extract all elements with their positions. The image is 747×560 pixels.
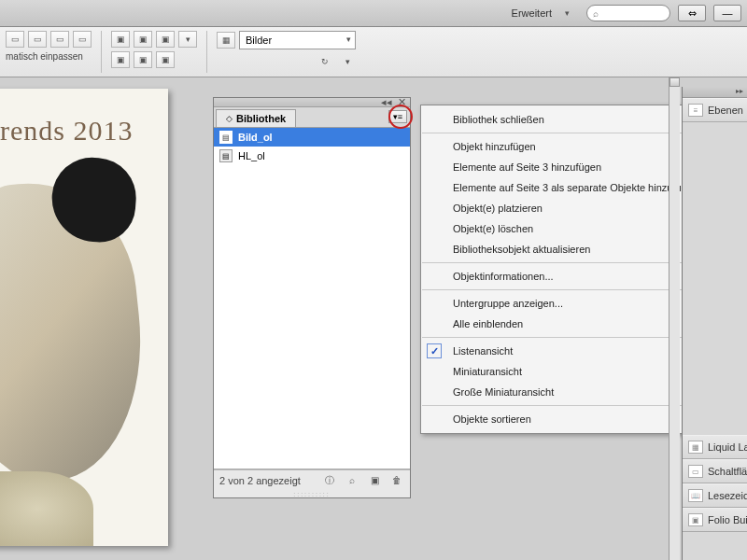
dropdown-group: ▦ Bilder ↻ ▾ bbox=[217, 31, 366, 73]
tab-label: Bibliothek bbox=[236, 113, 286, 124]
misc-1[interactable]: ↻ bbox=[316, 53, 334, 70]
page-icon: ▤ bbox=[219, 149, 233, 162]
category-dropdown[interactable]: Bilder bbox=[239, 31, 356, 49]
align-5[interactable]: ▣ bbox=[111, 51, 130, 68]
align-3[interactable]: ▣ bbox=[156, 31, 175, 48]
page-title: rends 2013 bbox=[0, 89, 168, 147]
folio-icon: ▣ bbox=[688, 513, 703, 526]
new-icon[interactable]: ▣ bbox=[367, 474, 382, 487]
list-item-label: Bild_ol bbox=[238, 132, 273, 143]
panel-flyout-button[interactable]: ▾≡ bbox=[388, 110, 407, 123]
scrollbar-thumb[interactable] bbox=[669, 77, 680, 87]
icon-prefix[interactable]: ▦ bbox=[217, 32, 235, 49]
app-topbar: Erweitert ▾ ⌕ ⇔ — bbox=[0, 0, 747, 27]
vertical-scrollbar[interactable] bbox=[669, 77, 680, 560]
fit-opt-2[interactable]: ▭ bbox=[28, 31, 47, 48]
list-item[interactable]: ▤ HL_ol bbox=[214, 147, 410, 165]
options-toolbar: ▭ ▭ ▭ ▭ matisch einpassen ▣ ▣ ▣ ▾ ▣ ▣ ▣ … bbox=[0, 27, 747, 77]
align-1[interactable]: ▣ bbox=[111, 31, 130, 48]
dock-item-folio[interactable]: ▣Folio Build bbox=[683, 508, 747, 532]
window-swap-button[interactable]: ⇔ bbox=[678, 5, 706, 21]
fit-label: matisch einpassen bbox=[6, 51, 92, 62]
workspace-mode-label[interactable]: Erweitert bbox=[512, 7, 552, 19]
right-panel-dock: ▸▸ ≡Ebenen ▦Liquid Layer ▭Schaltfläc 📖Le… bbox=[682, 87, 747, 560]
align-7[interactable]: ▣ bbox=[156, 51, 175, 68]
liquid-icon: ▦ bbox=[688, 441, 703, 454]
check-icon: ✓ bbox=[427, 343, 442, 358]
info-icon[interactable]: ⓘ bbox=[322, 474, 337, 487]
fit-opt-1[interactable]: ▭ bbox=[6, 31, 24, 48]
layers-icon: ≡ bbox=[688, 104, 703, 117]
library-item-list: ▤ Bild_ol ▤ HL_ol bbox=[214, 128, 410, 469]
library-panel: ◂◂✕ ◇ Bibliothek ▾≡ ▤ Bild_ol ▤ HL_ol 2 … bbox=[213, 97, 411, 498]
dropdown-icon[interactable]: ▾ bbox=[565, 8, 570, 18]
fit-opt-4[interactable]: ▭ bbox=[73, 31, 92, 48]
search-field[interactable]: ⌕ bbox=[586, 5, 670, 21]
dock-item-layers[interactable]: ≡Ebenen bbox=[683, 98, 747, 122]
page-image bbox=[0, 173, 155, 489]
list-item-label: HL_ol bbox=[238, 150, 265, 161]
dropdown-value: Bilder bbox=[246, 35, 272, 46]
dock-item-buttons[interactable]: ▭Schaltfläc bbox=[683, 459, 747, 483]
bookmark-icon: 📖 bbox=[688, 489, 703, 502]
list-item[interactable]: ▤ Bild_ol bbox=[214, 128, 410, 147]
status-text: 2 von 2 angezeigt bbox=[219, 475, 301, 486]
dock-item-liquid[interactable]: ▦Liquid Layer bbox=[683, 435, 747, 459]
panel-tabbar: ◇ Bibliothek ▾≡ bbox=[214, 107, 410, 128]
minimize-icon: — bbox=[723, 7, 733, 19]
panel-resize-grip[interactable]: :::::::::: bbox=[214, 490, 410, 497]
align-2[interactable]: ▣ bbox=[134, 31, 152, 48]
misc-2[interactable]: ▾ bbox=[338, 53, 357, 70]
trash-icon[interactable]: 🗑 bbox=[389, 474, 404, 487]
dock-topstrip[interactable]: ▸▸ bbox=[683, 87, 747, 98]
search-icon: ⌕ bbox=[593, 8, 599, 19]
page-image-2 bbox=[0, 471, 93, 546]
swap-icon: ⇔ bbox=[688, 7, 697, 20]
document-canvas[interactable]: rends 2013 bbox=[0, 89, 187, 560]
align-group: ▣ ▣ ▣ ▾ ▣ ▣ ▣ bbox=[111, 31, 207, 73]
dock-item-bookmarks[interactable]: 📖Lesezeich bbox=[683, 483, 747, 508]
fit-group: ▭ ▭ ▭ ▭ matisch einpassen bbox=[6, 31, 102, 73]
tab-sort-icon: ◇ bbox=[226, 114, 233, 123]
tab-library[interactable]: ◇ Bibliothek bbox=[216, 109, 296, 127]
panel-titlebar[interactable]: ◂◂✕ bbox=[214, 98, 410, 107]
align-4[interactable]: ▾ bbox=[178, 31, 197, 48]
minimize-button[interactable]: — bbox=[713, 5, 741, 21]
page-icon: ▤ bbox=[219, 131, 233, 144]
find-icon[interactable]: ⌕ bbox=[345, 474, 359, 487]
panel-statusbar: 2 von 2 angezeigt ⓘ ⌕ ▣ 🗑 bbox=[214, 469, 410, 490]
buttons-icon: ▭ bbox=[688, 465, 703, 478]
align-6[interactable]: ▣ bbox=[134, 51, 152, 68]
fit-opt-3[interactable]: ▭ bbox=[50, 31, 69, 48]
page: rends 2013 bbox=[0, 89, 168, 546]
